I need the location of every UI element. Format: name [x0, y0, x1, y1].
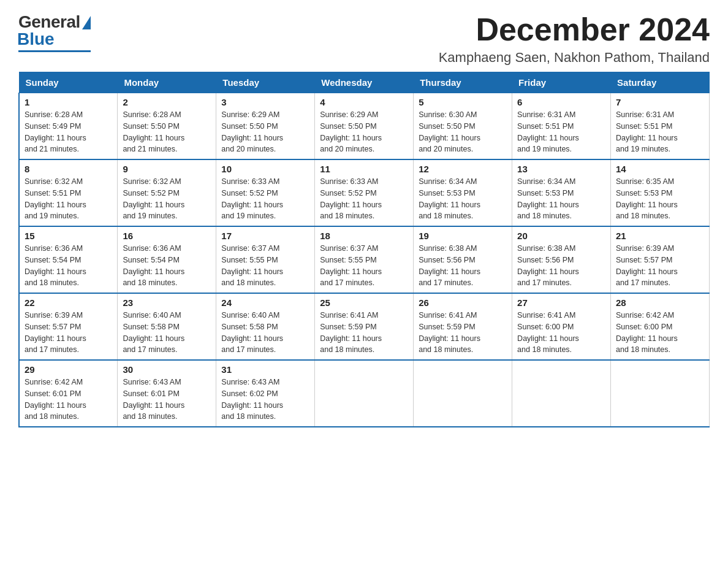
day-number: 15 [25, 231, 112, 241]
logo-triangle-icon [82, 16, 91, 29]
calendar-cell [315, 360, 414, 427]
calendar-cell: 4 Sunrise: 6:29 AMSunset: 5:50 PMDayligh… [315, 93, 414, 160]
calendar-week-row: 29 Sunrise: 6:42 AMSunset: 6:01 PMDaylig… [19, 360, 710, 427]
day-info: Sunrise: 6:36 AMSunset: 5:54 PMDaylight:… [123, 243, 211, 289]
day-info: Sunrise: 6:38 AMSunset: 5:56 PMDaylight:… [517, 243, 605, 289]
calendar-cell: 9 Sunrise: 6:32 AMSunset: 5:52 PMDayligh… [118, 159, 216, 226]
day-info: Sunrise: 6:29 AMSunset: 5:50 PMDaylight:… [221, 109, 309, 155]
day-number: 6 [517, 97, 605, 107]
logo-underline [18, 50, 91, 52]
header-sunday: Sunday [19, 72, 118, 93]
day-number: 25 [320, 297, 408, 308]
month-title: December 2024 [439, 12, 710, 47]
calendar-cell: 16 Sunrise: 6:36 AMSunset: 5:54 PMDaylig… [118, 226, 216, 293]
day-number: 14 [616, 164, 704, 174]
day-info: Sunrise: 6:32 AMSunset: 5:51 PMDaylight:… [25, 176, 112, 222]
day-info: Sunrise: 6:34 AMSunset: 5:53 PMDaylight:… [419, 176, 507, 222]
title-section: December 2024 Kamphaeng Saen, Nakhon Pat… [439, 12, 710, 66]
calendar-week-row: 22 Sunrise: 6:39 AMSunset: 5:57 PMDaylig… [19, 293, 710, 360]
header-monday: Monday [118, 72, 216, 93]
day-info: Sunrise: 6:35 AMSunset: 5:53 PMDaylight:… [616, 176, 704, 222]
calendar-cell: 20 Sunrise: 6:38 AMSunset: 5:56 PMDaylig… [512, 226, 611, 293]
header-tuesday: Tuesday [216, 72, 315, 93]
calendar-cell: 21 Sunrise: 6:39 AMSunset: 5:57 PMDaylig… [611, 226, 710, 293]
calendar-cell: 17 Sunrise: 6:37 AMSunset: 5:55 PMDaylig… [216, 226, 315, 293]
day-info: Sunrise: 6:41 AMSunset: 5:59 PMDaylight:… [320, 310, 408, 356]
day-number: 29 [25, 364, 112, 375]
day-number: 22 [25, 297, 112, 308]
calendar-cell: 30 Sunrise: 6:43 AMSunset: 6:01 PMDaylig… [118, 360, 216, 427]
calendar-cell: 19 Sunrise: 6:38 AMSunset: 5:56 PMDaylig… [414, 226, 512, 293]
day-info: Sunrise: 6:41 AMSunset: 6:00 PMDaylight:… [517, 310, 605, 356]
day-number: 28 [616, 297, 704, 308]
day-info: Sunrise: 6:40 AMSunset: 5:58 PMDaylight:… [221, 310, 309, 356]
day-number: 17 [221, 231, 309, 241]
calendar-cell: 5 Sunrise: 6:30 AMSunset: 5:50 PMDayligh… [414, 93, 512, 160]
day-number: 16 [123, 231, 211, 241]
day-number: 18 [320, 231, 408, 241]
day-info: Sunrise: 6:43 AMSunset: 6:01 PMDaylight:… [123, 377, 211, 423]
day-info: Sunrise: 6:30 AMSunset: 5:50 PMDaylight:… [419, 109, 507, 155]
calendar-cell: 14 Sunrise: 6:35 AMSunset: 5:53 PMDaylig… [611, 159, 710, 226]
calendar-cell: 7 Sunrise: 6:31 AMSunset: 5:51 PMDayligh… [611, 93, 710, 160]
day-number: 27 [517, 297, 605, 308]
day-number: 20 [517, 231, 605, 241]
calendar-week-row: 15 Sunrise: 6:36 AMSunset: 5:54 PMDaylig… [19, 226, 710, 293]
logo: General Blue [18, 12, 91, 52]
day-number: 26 [419, 297, 507, 308]
day-info: Sunrise: 6:31 AMSunset: 5:51 PMDaylight:… [517, 109, 605, 155]
day-number: 12 [419, 164, 507, 174]
day-number: 13 [517, 164, 605, 174]
calendar-cell: 13 Sunrise: 6:34 AMSunset: 5:53 PMDaylig… [512, 159, 611, 226]
header-thursday: Thursday [414, 72, 512, 93]
day-info: Sunrise: 6:40 AMSunset: 5:58 PMDaylight:… [123, 310, 211, 356]
day-number: 9 [123, 164, 211, 174]
day-number: 4 [320, 97, 408, 107]
day-number: 8 [25, 164, 112, 174]
calendar-cell: 11 Sunrise: 6:33 AMSunset: 5:52 PMDaylig… [315, 159, 414, 226]
day-info: Sunrise: 6:33 AMSunset: 5:52 PMDaylight:… [320, 176, 408, 222]
day-number: 10 [221, 164, 309, 174]
location-subtitle: Kamphaeng Saen, Nakhon Pathom, Thailand [439, 50, 710, 66]
calendar-cell: 1 Sunrise: 6:28 AMSunset: 5:49 PMDayligh… [19, 93, 118, 160]
calendar-cell: 27 Sunrise: 6:41 AMSunset: 6:00 PMDaylig… [512, 293, 611, 360]
page-header: General Blue December 2024 Kamphaeng Sae… [18, 12, 710, 66]
header-saturday: Saturday [611, 72, 710, 93]
day-info: Sunrise: 6:39 AMSunset: 5:57 PMDaylight:… [25, 310, 112, 356]
calendar-cell: 10 Sunrise: 6:33 AMSunset: 5:52 PMDaylig… [216, 159, 315, 226]
calendar-cell: 3 Sunrise: 6:29 AMSunset: 5:50 PMDayligh… [216, 93, 315, 160]
calendar-cell: 25 Sunrise: 6:41 AMSunset: 5:59 PMDaylig… [315, 293, 414, 360]
calendar-cell: 2 Sunrise: 6:28 AMSunset: 5:50 PMDayligh… [118, 93, 216, 160]
day-info: Sunrise: 6:28 AMSunset: 5:50 PMDaylight:… [123, 109, 211, 155]
day-info: Sunrise: 6:42 AMSunset: 6:01 PMDaylight:… [25, 377, 112, 423]
day-info: Sunrise: 6:39 AMSunset: 5:57 PMDaylight:… [616, 243, 704, 289]
calendar-cell: 31 Sunrise: 6:43 AMSunset: 6:02 PMDaylig… [216, 360, 315, 427]
logo-blue-text: Blue [17, 29, 55, 49]
day-info: Sunrise: 6:42 AMSunset: 6:00 PMDaylight:… [616, 310, 704, 356]
calendar-cell: 29 Sunrise: 6:42 AMSunset: 6:01 PMDaylig… [19, 360, 118, 427]
day-number: 1 [25, 97, 112, 107]
day-info: Sunrise: 6:31 AMSunset: 5:51 PMDaylight:… [616, 109, 704, 155]
calendar-table: SundayMondayTuesdayWednesdayThursdayFrid… [18, 72, 710, 427]
day-number: 3 [221, 97, 309, 107]
calendar-cell: 26 Sunrise: 6:41 AMSunset: 5:59 PMDaylig… [414, 293, 512, 360]
day-info: Sunrise: 6:43 AMSunset: 6:02 PMDaylight:… [221, 377, 309, 423]
day-number: 19 [419, 231, 507, 241]
day-number: 23 [123, 297, 211, 308]
calendar-cell [512, 360, 611, 427]
day-number: 7 [616, 97, 704, 107]
day-number: 2 [123, 97, 211, 107]
calendar-week-row: 8 Sunrise: 6:32 AMSunset: 5:51 PMDayligh… [19, 159, 710, 226]
day-info: Sunrise: 6:33 AMSunset: 5:52 PMDaylight:… [221, 176, 309, 222]
day-number: 21 [616, 231, 704, 241]
day-number: 11 [320, 164, 408, 174]
calendar-cell: 12 Sunrise: 6:34 AMSunset: 5:53 PMDaylig… [414, 159, 512, 226]
day-info: Sunrise: 6:36 AMSunset: 5:54 PMDaylight:… [25, 243, 112, 289]
day-info: Sunrise: 6:37 AMSunset: 5:55 PMDaylight:… [221, 243, 309, 289]
calendar-cell [611, 360, 710, 427]
day-number: 30 [123, 364, 211, 375]
day-info: Sunrise: 6:28 AMSunset: 5:49 PMDaylight:… [25, 109, 112, 155]
calendar-cell: 18 Sunrise: 6:37 AMSunset: 5:55 PMDaylig… [315, 226, 414, 293]
calendar-week-row: 1 Sunrise: 6:28 AMSunset: 5:49 PMDayligh… [19, 93, 710, 160]
calendar-cell: 6 Sunrise: 6:31 AMSunset: 5:51 PMDayligh… [512, 93, 611, 160]
